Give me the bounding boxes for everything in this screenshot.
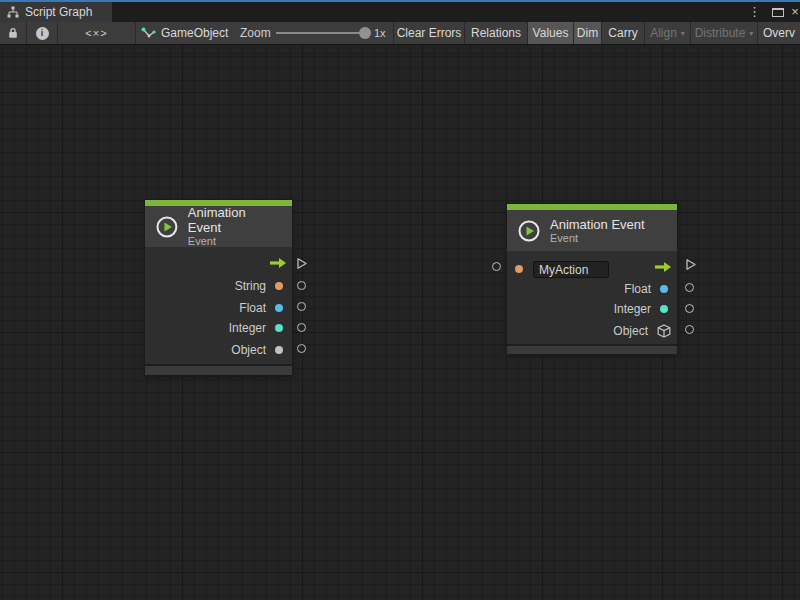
tab-script-graph[interactable]: Script Graph <box>0 2 112 22</box>
node-title: Animation Event <box>550 217 645 232</box>
clear-errors-button[interactable]: Clear Errors <box>394 22 464 44</box>
node-header[interactable]: Animation Event Event <box>507 210 677 251</box>
node-footer <box>145 364 292 375</box>
trigger-output-port[interactable] <box>296 257 308 270</box>
animation-event-node-2[interactable]: Animation Event Event Float <box>507 204 677 354</box>
cube-icon <box>657 324 671 338</box>
dim-toggle-button[interactable]: Dim <box>574 22 601 44</box>
node-title: Animation Event <box>188 205 282 235</box>
integer-output-port[interactable] <box>685 304 694 313</box>
float-output-port[interactable] <box>685 283 694 292</box>
zoom-value: 1x <box>374 22 386 44</box>
string-port-dot <box>275 282 283 290</box>
chevron-down-icon: ▾ <box>681 29 685 38</box>
port-label: Object <box>613 324 648 338</box>
code-view-icon: <×> <box>85 27 107 39</box>
trigger-output-port[interactable] <box>685 258 697 271</box>
info-button[interactable]: i <box>27 22 57 44</box>
gameobject-graph-icon <box>141 27 156 40</box>
float-port-dot <box>660 285 668 293</box>
trigger-arrow-icon <box>655 262 671 272</box>
port-label: Object <box>231 343 266 357</box>
integer-output-port[interactable] <box>297 323 306 332</box>
toolbar-separator <box>135 22 136 44</box>
node-body: String Float Integer Object <box>145 247 292 364</box>
output-row-string: String <box>145 275 292 296</box>
float-output-port[interactable] <box>297 302 306 311</box>
output-row-integer: Integer <box>507 298 677 319</box>
node-subtitle: Event <box>550 232 645 245</box>
graph-target-button[interactable]: GameObject <box>138 22 238 44</box>
zoom-slider-handle[interactable] <box>359 27 371 39</box>
lock-button[interactable] <box>0 22 26 44</box>
integer-port-dot <box>275 324 283 332</box>
zoom-slider-track[interactable] <box>276 32 360 34</box>
port-label: Integer <box>229 321 266 335</box>
overview-button[interactable]: Overv <box>758 22 800 44</box>
port-label: Integer <box>614 302 651 316</box>
output-row-float: Float <box>145 297 292 318</box>
script-graph-window: Script Graph ⋮ × i <×> <box>0 0 800 600</box>
event-play-icon <box>517 219 541 243</box>
toolbar: i <×> GameObject Zoom 1x Clear Errors Re… <box>0 22 800 44</box>
string-output-port[interactable] <box>297 281 306 290</box>
script-graph-icon <box>7 6 19 18</box>
animation-event-node-1[interactable]: Animation Event Event String Float <box>145 200 292 375</box>
event-play-icon <box>155 215 179 239</box>
port-label: Float <box>239 301 266 315</box>
close-icon[interactable]: × <box>788 2 800 22</box>
distribute-label: Distribute <box>695 26 746 40</box>
object-output-port[interactable] <box>297 344 306 353</box>
node-footer <box>507 344 677 354</box>
window-menu-icon[interactable]: ⋮ <box>748 2 760 22</box>
object-port-dot <box>275 346 283 354</box>
graph-canvas[interactable]: Animation Event Event String Float <box>0 45 800 600</box>
action-input-port-dot <box>515 265 523 273</box>
maximize-icon[interactable] <box>771 2 785 22</box>
lock-icon <box>8 27 18 39</box>
align-dropdown-button[interactable]: Align ▾ <box>645 22 690 44</box>
zoom-label: Zoom <box>240 22 271 44</box>
action-input-port[interactable] <box>492 262 501 271</box>
trigger-output-row <box>145 252 292 273</box>
port-label: String <box>235 279 266 293</box>
info-icon: i <box>36 27 49 40</box>
float-port-dot <box>275 304 283 312</box>
tab-bar: Script Graph ⋮ × <box>0 2 800 22</box>
output-row-float: Float <box>507 278 677 299</box>
align-label: Align <box>650 26 677 40</box>
code-view-button[interactable]: <×> <box>58 22 135 44</box>
object-output-port[interactable] <box>685 325 694 334</box>
values-toggle-button[interactable]: Values <box>528 22 573 44</box>
node-header[interactable]: Animation Event Event <box>145 206 292 247</box>
tab-label: Script Graph <box>25 5 92 19</box>
relations-button[interactable]: Relations <box>465 22 527 44</box>
integer-port-dot <box>660 305 668 313</box>
action-name-input[interactable] <box>533 261 609 278</box>
trigger-arrow-icon <box>270 258 286 268</box>
output-row-integer: Integer <box>145 317 292 338</box>
chevron-down-icon: ▾ <box>749 29 753 38</box>
window-controls: ⋮ × <box>0 2 800 22</box>
graph-target-label: GameObject <box>161 26 228 40</box>
port-label: Float <box>624 282 651 296</box>
node-body: Float Integer Object <box>507 251 677 344</box>
action-input-row <box>507 256 677 277</box>
output-row-object: Object <box>507 320 677 341</box>
output-row-object: Object <box>145 339 292 360</box>
carry-button[interactable]: Carry <box>602 22 644 44</box>
distribute-dropdown-button[interactable]: Distribute ▾ <box>691 22 757 44</box>
